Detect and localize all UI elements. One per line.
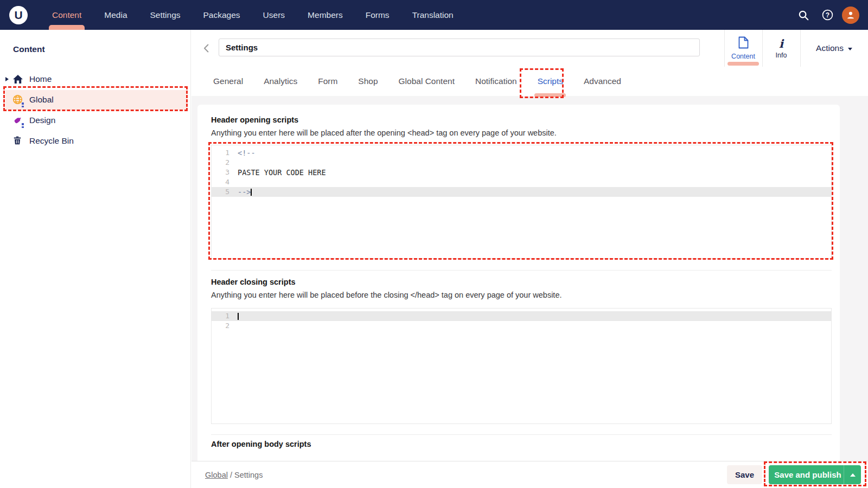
breadcrumb-parent-link[interactable]: Global: [205, 471, 228, 479]
line-text: -->: [238, 188, 251, 196]
text-cursor: [251, 189, 252, 196]
nav-item-content[interactable]: Content: [41, 0, 93, 30]
logo-letter: U: [14, 9, 22, 22]
tab-general[interactable]: General: [213, 76, 243, 86]
nav-item-translation[interactable]: Translation: [401, 0, 465, 30]
code-line-active: 5 -->: [212, 187, 831, 197]
code-line: 1 <!--: [212, 148, 831, 158]
unsaved-dots-icon: [22, 102, 24, 108]
chevron-down-icon: [848, 48, 852, 50]
top-navigation-bar: U Content Media Settings Packages Users …: [0, 0, 868, 30]
tree-item-label: Recycle Bin: [29, 136, 74, 146]
tree-item-design[interactable]: Design: [0, 110, 190, 131]
svg-text:?: ?: [825, 11, 829, 19]
code-line: 4: [212, 177, 831, 187]
tree-item-global[interactable]: Global: [0, 89, 190, 110]
tab-form[interactable]: Form: [318, 76, 337, 86]
line-text: PASTE YOUR CODE HERE: [238, 168, 326, 177]
code-editor-header-closing[interactable]: 1 2: [211, 308, 832, 424]
breadcrumb: Global / Settings: [205, 471, 263, 479]
line-number: 3: [212, 168, 229, 177]
search-icon[interactable]: [794, 6, 813, 24]
nav-item-users[interactable]: Users: [252, 0, 296, 30]
content-tree: Home Global Design Recycle Bin: [0, 69, 190, 151]
content-tree-sidebar: Content Home Global Design: [0, 30, 191, 488]
tab-advanced[interactable]: Advanced: [584, 76, 621, 86]
user-avatar[interactable]: [842, 7, 859, 24]
content-scroll-area: Header opening scripts Anything you ente…: [192, 96, 868, 461]
nav-item-forms[interactable]: Forms: [354, 0, 401, 30]
line-number: 5: [212, 187, 229, 197]
document-icon: [738, 36, 749, 51]
help-icon[interactable]: ?: [818, 6, 837, 24]
save-and-publish-button[interactable]: Save and publish: [769, 465, 861, 484]
chevron-up-icon: [850, 473, 856, 477]
document-title-input[interactable]: [219, 38, 700, 56]
trash-icon: [12, 136, 24, 147]
line-number: 1: [212, 148, 229, 158]
text-cursor: [238, 313, 239, 320]
tab-analytics[interactable]: Analytics: [264, 76, 297, 86]
tree-item-home[interactable]: Home: [0, 69, 190, 89]
save-button[interactable]: Save: [727, 465, 762, 484]
top-nav-right: ?: [794, 6, 868, 24]
tree-item-label: Design: [29, 115, 55, 125]
app-button-content[interactable]: Content: [724, 30, 762, 67]
nav-item-members[interactable]: Members: [296, 0, 354, 30]
breadcrumb-current: Settings: [234, 471, 263, 479]
section-divider: [211, 270, 832, 271]
editor-footer-bar: Global / Settings Save Save and publish: [192, 461, 868, 488]
properties-card: Header opening scripts Anything you ente…: [197, 105, 840, 461]
actions-dropdown[interactable]: Actions: [800, 30, 868, 67]
document-editor-header: Content i Info Actions General Analytics…: [192, 30, 868, 96]
actions-label: Actions: [816, 43, 844, 53]
code-editor-header-opening[interactable]: 1 <!-- 2 3 PASTE YOUR CODE HERE 4 5 -->: [211, 145, 832, 259]
nav-item-packages[interactable]: Packages: [192, 0, 252, 30]
umbraco-logo[interactable]: U: [9, 6, 28, 24]
property-description: Anything you enter here will be placed b…: [211, 291, 561, 299]
property-description: Anything you enter here will be placed a…: [211, 129, 557, 137]
home-icon: [12, 74, 24, 86]
tree-item-label: Home: [29, 74, 52, 84]
nav-item-settings[interactable]: Settings: [139, 0, 192, 30]
document-tabs: General Analytics Form Shop Global Conte…: [192, 67, 868, 96]
property-heading: Header opening scripts: [211, 115, 298, 124]
line-number: 4: [212, 177, 229, 187]
code-line: 2: [212, 321, 831, 331]
property-heading: After opening body scripts: [211, 440, 311, 448]
tab-shop[interactable]: Shop: [358, 76, 378, 86]
line-number: 1: [212, 311, 229, 321]
save-and-publish-label: Save and publish: [769, 470, 844, 479]
line-number: 2: [212, 321, 229, 331]
app-button-info[interactable]: i Info: [762, 30, 800, 67]
unsaved-dots-icon: [22, 123, 24, 129]
line-number: 2: [212, 158, 229, 168]
code-line: 2: [212, 158, 831, 168]
tab-global-content[interactable]: Global Content: [399, 76, 455, 86]
code-line-active: 1: [212, 311, 831, 321]
app-button-label: Info: [776, 52, 787, 59]
info-icon: i: [779, 38, 783, 50]
tab-notification[interactable]: Notification: [475, 76, 517, 86]
back-arrow-icon[interactable]: [201, 42, 213, 54]
breadcrumb-separator: /: [230, 471, 234, 479]
tree-item-recycle-bin[interactable]: Recycle Bin: [0, 131, 190, 151]
code-line: 3 PASTE YOUR CODE HERE: [212, 168, 831, 177]
publish-options-toggle[interactable]: [844, 465, 861, 484]
tree-item-label: Global: [29, 95, 54, 105]
expand-caret-icon[interactable]: [5, 77, 9, 81]
nav-item-media[interactable]: Media: [93, 0, 138, 30]
section-divider: [211, 434, 832, 435]
line-text: <!--: [238, 148, 256, 158]
top-nav-sections: Content Media Settings Packages Users Me…: [41, 0, 465, 30]
tab-scripts[interactable]: Scripts: [538, 76, 563, 86]
sidebar-section-title: Content: [13, 44, 45, 54]
property-heading: Header closing scripts: [211, 278, 296, 286]
app-button-label: Content: [731, 53, 755, 60]
